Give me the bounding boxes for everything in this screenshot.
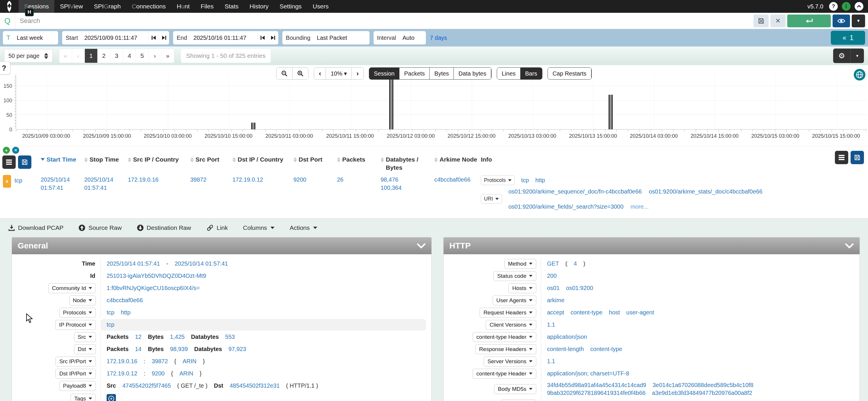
- table-row[interactable]: x tcp 2025/10/14 01:57:41 2025/10/14 01:…: [0, 172, 868, 218]
- field-value-link[interactable]: 4: [574, 260, 577, 267]
- field-value-link[interactable]: ARIN: [183, 358, 197, 365]
- nav-item-files[interactable]: Files: [195, 0, 219, 13]
- end-skip-back-icon[interactable]: [257, 31, 268, 44]
- field-value-link[interactable]: GET: [547, 260, 559, 267]
- field-value-link[interactable]: tcp: [106, 321, 115, 328]
- field-label-dropdown[interactable]: Tags: [70, 394, 96, 401]
- field-label-dropdown[interactable]: Payload8: [59, 381, 96, 391]
- page-button-4[interactable]: 4: [123, 49, 136, 63]
- column-header-packets[interactable]: Packets: [337, 154, 380, 163]
- action-columns[interactable]: Columns: [243, 224, 275, 231]
- field-value-link[interactable]: user-agent: [626, 309, 654, 316]
- field-value-link[interactable]: 39872: [152, 358, 168, 365]
- save-search-button[interactable]: [753, 14, 769, 27]
- protocols-dropdown[interactable]: Protocols: [481, 176, 515, 185]
- info-protocol-link[interactable]: tcp: [521, 176, 529, 184]
- table-options-caret-button[interactable]: ▾: [850, 49, 864, 63]
- start-time-input[interactable]: 2025/10/09 01:11:47: [81, 35, 148, 41]
- field-label-dropdown[interactable]: Method: [504, 259, 536, 269]
- field-label-dropdown[interactable]: Community Id: [48, 283, 96, 293]
- chevron-down-icon[interactable]: [845, 243, 854, 248]
- action-destination-raw[interactable]: Destination Raw: [137, 224, 191, 231]
- info-protocol-link[interactable]: http: [535, 176, 545, 184]
- globe-icon[interactable]: [854, 69, 866, 81]
- nav-item-spigraph[interactable]: SPIGraph: [88, 0, 126, 13]
- field-value-link[interactable]: 97,923: [228, 346, 246, 352]
- info-icon[interactable]: i: [842, 2, 850, 11]
- field-label-dropdown[interactable]: Server Versions: [484, 357, 536, 366]
- metric-toggle-session[interactable]: Session: [369, 68, 399, 79]
- page-button-1[interactable]: 1: [85, 49, 98, 63]
- field-label-dropdown[interactable]: Response Headers: [475, 344, 536, 354]
- field-label-dropdown[interactable]: content-type Header: [473, 369, 536, 379]
- open-all-icon[interactable]: +: [3, 147, 10, 154]
- nav-item-settings[interactable]: Settings: [274, 0, 307, 13]
- metric-toggle-data-bytes[interactable]: Data bytes: [454, 68, 491, 79]
- nav-item-history[interactable]: History: [244, 0, 274, 13]
- info-more-link[interactable]: more...: [630, 203, 648, 211]
- action-actions[interactable]: Actions: [290, 224, 317, 231]
- field-value-link[interactable]: arkime: [547, 297, 564, 304]
- field-label-dropdown[interactable]: Status code: [494, 271, 536, 281]
- close-all-icon[interactable]: ✕: [12, 147, 19, 154]
- time-range-select[interactable]: Last week: [14, 35, 45, 41]
- zoom-level-select[interactable]: 10% ▾: [326, 68, 352, 79]
- field-value-link[interactable]: content-length: [547, 346, 584, 352]
- field-value-link[interactable]: application/json: [547, 334, 587, 340]
- per-page-select[interactable]: 50 per page: [4, 49, 53, 62]
- field-value-link[interactable]: 1.1: [547, 321, 555, 328]
- page-button-2[interactable]: 2: [98, 49, 111, 63]
- field-value-link[interactable]: 172.19.0.16: [106, 358, 137, 365]
- action-download-pcap[interactable]: Download PCAP: [8, 224, 63, 231]
- row-databytes-value[interactable]: 98,476: [380, 176, 434, 184]
- field-value-link[interactable]: 9bab32029f62781896419314fe0f4b66: [547, 390, 646, 396]
- chevron-down-icon[interactable]: [417, 243, 426, 248]
- column-header-info[interactable]: Info: [481, 154, 868, 163]
- field-value-link[interactable]: content-type: [570, 309, 602, 316]
- field-value-link[interactable]: 2025/10/14 01:57:41: [175, 260, 228, 267]
- row-src-ip[interactable]: 172.19.0.16: [128, 175, 190, 184]
- field-value-link[interactable]: 172.19.0.12: [106, 370, 137, 377]
- end-skip-forward-icon[interactable]: [268, 31, 278, 44]
- add-tag-button[interactable]: +: [106, 394, 116, 401]
- field-value-link[interactable]: 200: [547, 273, 557, 279]
- field-value-link[interactable]: 34fd4b55d98a91af4a45c4314c14cad9: [547, 382, 646, 389]
- toggle-header-button[interactable]: [2, 155, 16, 169]
- field-label-dropdown[interactable]: content-type Header: [473, 332, 536, 342]
- field-value-link[interactable]: application/json; charset=UTF-8: [547, 370, 629, 377]
- field-value-link[interactable]: tcp: [106, 309, 115, 316]
- page-button-3[interactable]: 3: [111, 49, 123, 63]
- column-header-src-ip-country[interactable]: Src IP / Country: [128, 154, 190, 163]
- views-eye-button[interactable]: [833, 14, 850, 27]
- page-next-button[interactable]: ›: [149, 49, 161, 63]
- bounding-select[interactable]: Last Packet: [314, 35, 350, 41]
- nav-item-hunt[interactable]: Hunt: [171, 0, 195, 13]
- help-icon[interactable]: ?: [829, 2, 838, 11]
- row-packets[interactable]: 26: [337, 175, 380, 184]
- arkime-logo[interactable]: [0, 0, 19, 13]
- field-value-link[interactable]: accept: [547, 309, 564, 316]
- chart-bar-2[interactable]: [609, 95, 613, 129]
- start-skip-forward-icon[interactable]: [159, 31, 169, 44]
- column-header-stop-time[interactable]: Stop Time: [84, 154, 128, 163]
- field-label-dropdown[interactable]: Request Headers: [479, 308, 536, 318]
- end-time-input[interactable]: 2025/10/16 01:11:47: [191, 35, 257, 41]
- action-link[interactable]: Link: [206, 224, 228, 231]
- metric-toggle-bytes[interactable]: Bytes: [430, 68, 454, 79]
- column-header-arkime-node[interactable]: Arkime Node: [434, 154, 481, 163]
- nav-item-connections[interactable]: Connections: [126, 0, 172, 13]
- field-value-link[interactable]: 12: [135, 334, 142, 340]
- field-value-link[interactable]: 474554202f5f7465: [122, 382, 171, 389]
- field-value-link[interactable]: 251013-igAlaYb5DVhDQZ0D4Ozt-Mt9: [106, 273, 206, 279]
- field-label-dropdown[interactable]: Hosts: [508, 283, 536, 293]
- field-value-link[interactable]: 2025/10/14 01:57:41: [106, 260, 160, 267]
- chart-bar-0[interactable]: [251, 123, 255, 129]
- search-input[interactable]: [15, 17, 753, 25]
- info-uri-link[interactable]: os01:9200/arkime_sequence/_doc/fn-c4bccb…: [508, 187, 642, 195]
- field-value-link[interactable]: 14: [135, 346, 142, 352]
- field-value-link[interactable]: content-type: [590, 346, 622, 352]
- column-header-src-port[interactable]: Src Port: [190, 154, 232, 163]
- column-header-dst-ip-country[interactable]: Dst IP / Country: [232, 154, 293, 163]
- collapse-header-button[interactable]: « 1: [831, 31, 865, 45]
- interval-select[interactable]: Auto: [399, 35, 417, 41]
